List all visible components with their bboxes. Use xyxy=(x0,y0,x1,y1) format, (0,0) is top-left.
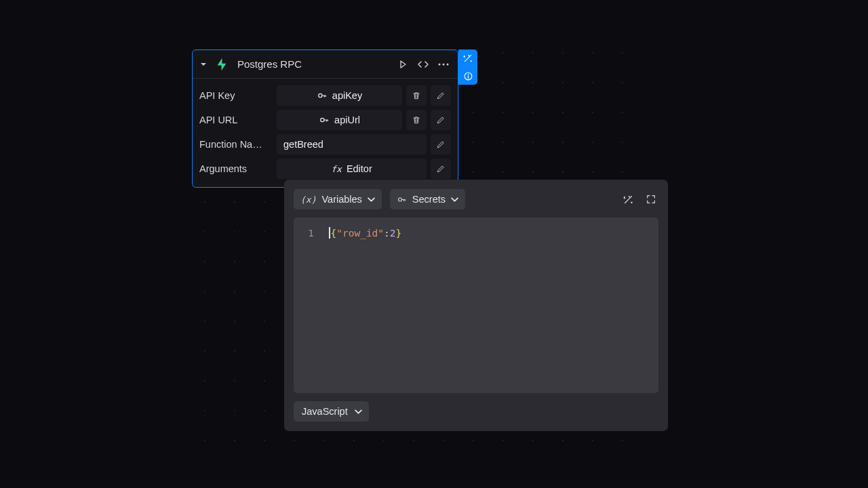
field-value-function-name[interactable]: getBreed xyxy=(277,134,427,155)
node-header: Postgres RPC xyxy=(193,50,458,79)
variable-icon: (x) xyxy=(300,195,316,205)
key-icon xyxy=(319,115,330,125)
field-label: Function Na… xyxy=(199,139,273,150)
field-value-text: apiKey xyxy=(332,90,362,101)
text-cursor xyxy=(329,227,330,239)
field-value-arguments[interactable]: fx Editor xyxy=(277,159,427,179)
field-value-text: apiUrl xyxy=(334,115,360,125)
language-dropdown[interactable]: JavaScript xyxy=(294,401,369,422)
field-value-api-key[interactable]: apiKey xyxy=(277,85,402,106)
key-icon xyxy=(397,195,407,205)
editor-popover: (x) Variables Secrets 1 {"row_id":2} xyxy=(284,180,668,431)
chevron-down-icon xyxy=(451,196,458,203)
svg-point-7 xyxy=(398,198,401,201)
edit-button[interactable] xyxy=(431,159,451,179)
collapse-caret-icon[interactable] xyxy=(198,59,209,70)
node-panel: Postgres RPC API Key apiKey xyxy=(192,49,458,188)
node-body: API Key apiKey API URL apiUrl xyxy=(193,79,458,187)
svg-point-0 xyxy=(439,63,441,65)
info-icon[interactable] xyxy=(458,67,477,85)
field-label: Arguments xyxy=(199,163,273,174)
field-value-text: getBreed xyxy=(283,139,323,150)
expand-icon[interactable] xyxy=(644,192,658,207)
more-icon[interactable] xyxy=(436,57,451,72)
edit-button[interactable] xyxy=(431,110,451,130)
field-value-api-url[interactable]: apiUrl xyxy=(277,110,402,130)
field-row-api-url: API URL apiUrl xyxy=(199,110,451,130)
variables-dropdown[interactable]: (x) Variables xyxy=(294,189,382,209)
svg-point-3 xyxy=(318,94,321,97)
svg-point-4 xyxy=(321,118,324,121)
play-icon[interactable] xyxy=(395,57,410,72)
chevron-down-icon xyxy=(368,196,375,203)
code-icon[interactable] xyxy=(416,57,431,72)
field-row-arguments: Arguments fx Editor xyxy=(199,159,451,179)
variables-label: Variables xyxy=(321,194,361,205)
field-row-function-name: Function Na… getBreed xyxy=(199,134,451,155)
code-line: 1 {"row_id":2} xyxy=(304,226,648,241)
code-editor[interactable]: 1 {"row_id":2} xyxy=(294,218,658,393)
key-icon xyxy=(317,90,328,101)
svg-point-1 xyxy=(443,63,445,65)
line-number: 1 xyxy=(304,226,329,241)
delete-button[interactable] xyxy=(406,85,427,106)
secrets-dropdown[interactable]: Secrets xyxy=(390,189,465,209)
edit-button[interactable] xyxy=(431,85,451,106)
magic-wand-icon[interactable] xyxy=(620,192,635,207)
field-row-api-key: API Key apiKey xyxy=(199,85,451,106)
field-value-text: Editor xyxy=(347,163,372,174)
editor-toolbar: (x) Variables Secrets xyxy=(294,189,658,209)
chevron-down-icon xyxy=(355,408,362,415)
fx-icon: fx xyxy=(331,164,342,174)
supabase-logo-icon xyxy=(214,57,229,72)
magic-wand-icon[interactable] xyxy=(458,49,477,67)
editor-footer: JavaScript xyxy=(294,401,658,422)
secrets-label: Secrets xyxy=(412,194,446,205)
edit-button[interactable] xyxy=(431,134,451,155)
node-side-actions xyxy=(458,49,477,85)
svg-point-6 xyxy=(467,74,469,75)
field-label: API Key xyxy=(199,90,273,101)
code-content: {"row_id":2} xyxy=(329,226,401,241)
node-title: Postgres RPC xyxy=(237,58,390,70)
field-label: API URL xyxy=(199,115,273,125)
language-label: JavaScript xyxy=(302,406,348,417)
svg-point-2 xyxy=(447,63,449,65)
delete-button[interactable] xyxy=(406,110,427,130)
